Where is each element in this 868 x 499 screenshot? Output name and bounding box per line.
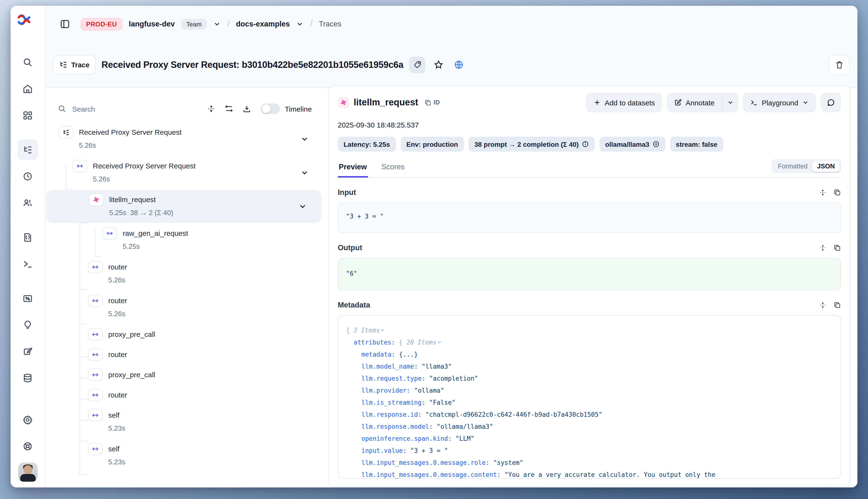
input-section-header: Input: [338, 188, 841, 197]
format-toggle: Formatted JSON: [771, 159, 841, 173]
span-name: Received Proxy Server Request: [93, 160, 196, 172]
tree-toolbar: Search Timeline: [45, 88, 323, 118]
chevron-down-icon[interactable]: [298, 202, 307, 211]
tree-row[interactable]: router: [45, 349, 323, 361]
project-name[interactable]: docs-examples: [236, 20, 290, 28]
span-icon: [88, 294, 102, 307]
format-toggle-formatted[interactable]: Formatted: [773, 161, 812, 172]
span-name: self: [108, 409, 125, 422]
span-tree: Received Proxy Server Request5.26s Recei…: [45, 118, 323, 469]
dashboards-icon[interactable]: [17, 105, 38, 125]
annotation-icon[interactable]: [17, 341, 38, 361]
json-line: llm.input_messages.0.message.role: "syst…: [346, 457, 833, 469]
id-label: ID: [433, 99, 440, 106]
collapse-all-icon[interactable]: [204, 101, 218, 116]
tree-row[interactable]: router5.26s: [45, 261, 323, 287]
tree-row[interactable]: self5.23s: [45, 409, 323, 435]
span-name: raw_gen_ai_request: [123, 227, 188, 240]
collapse-chevron-icon[interactable]: [380, 327, 386, 333]
tree-connector: [80, 223, 88, 223]
evaluators-icon[interactable]: [17, 288, 38, 308]
chevron-down-icon[interactable]: [300, 168, 309, 177]
settings-gear-icon[interactable]: [17, 410, 38, 430]
environment-badge[interactable]: PROD-EU: [80, 17, 122, 31]
trace-title: Received Proxy Server Request: b3010b422…: [101, 59, 403, 70]
prompts-icon[interactable]: [17, 227, 38, 247]
download-icon[interactable]: [240, 101, 254, 116]
search-input[interactable]: Search: [58, 105, 201, 113]
trace-tree-panel: Search Timeline: [45, 88, 323, 487]
tab-scores[interactable]: Scores: [380, 163, 406, 177]
span-name: router: [108, 294, 127, 307]
tree-row[interactable]: router5.26s: [45, 294, 323, 320]
collapse-chevron-icon[interactable]: [437, 339, 442, 345]
add-to-datasets-button[interactable]: Add to datasets: [586, 93, 662, 112]
public-globe-icon[interactable]: [452, 58, 466, 72]
tree-row[interactable]: proxy_pre_call: [45, 328, 323, 341]
content-body: Search Timeline: [45, 88, 857, 487]
token-usage-badge[interactable]: 38 prompt → 2 completion (Σ 40): [469, 137, 595, 151]
copy-icon[interactable]: [833, 301, 841, 309]
sessions-clock-icon[interactable]: [17, 166, 38, 186]
support-lifebuoy-icon[interactable]: [17, 436, 38, 456]
org-name[interactable]: langfuse-dev: [129, 20, 175, 28]
chevron-down-icon[interactable]: [300, 135, 309, 143]
datasets-database-icon[interactable]: [17, 368, 38, 388]
copy-icon[interactable]: [833, 244, 841, 252]
view-options-icon[interactable]: [222, 101, 236, 116]
tree-row[interactable]: Received Proxy Server Request5.26s: [45, 160, 323, 186]
org-type-badge: Team: [181, 19, 207, 29]
span-icon: [88, 443, 102, 455]
tree-row[interactable]: self5.23s: [45, 443, 323, 469]
langfuse-logo-icon: [17, 13, 31, 27]
tree-row[interactable]: router: [45, 389, 323, 401]
info-icon: [582, 141, 589, 148]
span-duration: 5.23s: [108, 455, 125, 469]
timeline-toggle[interactable]: [261, 104, 280, 114]
tree-connector: [65, 189, 72, 190]
span-duration: 5.26s: [108, 307, 127, 320]
bookmark-star-icon[interactable]: [431, 58, 446, 72]
search-nav-icon[interactable]: [17, 52, 38, 72]
span-duration-tokens: 5.25s 38 → 2 (Σ 40): [109, 206, 173, 219]
annotate-dropdown-chevron[interactable]: [722, 93, 738, 112]
tree-row[interactable]: proxy_pre_call: [45, 369, 323, 381]
format-toggle-json[interactable]: JSON: [812, 161, 840, 172]
comments-button[interactable]: [821, 93, 841, 112]
detail-tabs: Preview Scores Formatted JSON: [338, 158, 841, 178]
org-chevron-down-icon[interactable]: [213, 20, 221, 28]
input-value: "3 + 3 = ": [338, 203, 841, 233]
user-avatar[interactable]: [18, 462, 37, 482]
home-icon[interactable]: [17, 78, 38, 99]
annotate-button[interactable]: Annotate: [667, 93, 722, 112]
playground-button[interactable]: Playground: [743, 93, 816, 112]
breadcrumb: PROD-EU langfuse-dev Team / docs-example…: [45, 6, 857, 42]
section-name[interactable]: Traces: [319, 20, 341, 28]
collapse-section-icon[interactable]: [819, 244, 827, 252]
tracing-nav-icon[interactable]: [17, 139, 38, 160]
tags-button[interactable]: [409, 57, 426, 73]
span-name: router: [108, 389, 127, 401]
trace-tree-icon: [59, 61, 68, 69]
model-badge[interactable]: ollama/llama3: [599, 137, 665, 151]
copy-id-button[interactable]: ID: [424, 99, 440, 106]
tree-row[interactable]: Received Proxy Server Request5.26s: [45, 126, 323, 152]
insights-lightbulb-icon[interactable]: [17, 315, 38, 335]
copy-icon[interactable]: [833, 188, 841, 196]
sidebar-toggle-icon[interactable]: [58, 17, 72, 31]
trace-header-row: Trace Received Proxy Server Request: b30…: [45, 42, 857, 87]
users-icon[interactable]: [17, 193, 38, 213]
playground-terminal-icon[interactable]: [17, 254, 38, 274]
env-badge: Env: production: [401, 137, 464, 151]
collapse-section-icon[interactable]: [819, 301, 827, 309]
toggle-knob: [262, 105, 270, 113]
span-name: litellm_request: [109, 193, 173, 206]
tab-preview[interactable]: Preview: [338, 163, 368, 177]
stream-badge: stream: false: [670, 137, 723, 151]
tree-row[interactable]: raw_gen_ai_request5.25s: [45, 227, 323, 253]
collapse-section-icon[interactable]: [819, 188, 827, 196]
tree-row-selected[interactable]: litellm_request 5.25s 38 → 2 (Σ 40): [46, 190, 321, 223]
delete-trace-button[interactable]: [829, 54, 850, 75]
json-line: llm.model_name: "llama3": [346, 361, 833, 373]
project-chevron-down-icon[interactable]: [296, 20, 304, 28]
